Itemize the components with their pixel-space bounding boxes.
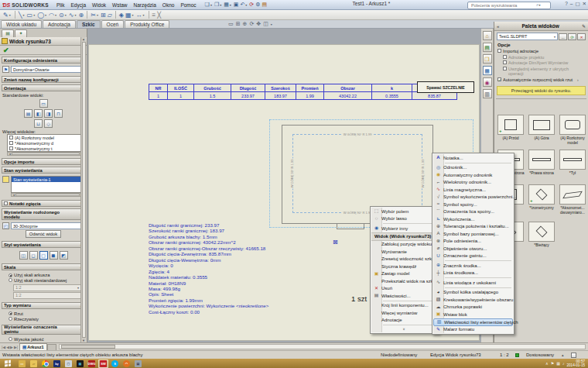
- hidden-lines-visible-button[interactable]: ◻: [29, 251, 38, 260]
- isometric-view-button[interactable]: ◇: [44, 119, 53, 128]
- new-document-icon[interactable]: ❏: [205, 2, 210, 8]
- view-thumb-current[interactable]: [528, 222, 555, 242]
- menu-item-hole-callout[interactable]: ⌀Objaśnienie otworu...: [433, 245, 513, 253]
- configuration-select[interactable]: Domyślna<Otwarte ▾: [11, 66, 84, 73]
- scrollbar-thumb[interactable]: [15, 194, 79, 196]
- file-properties-icon[interactable]: ▤: [262, 2, 268, 8]
- file-explorer-icon[interactable]: ❐: [483, 54, 492, 64]
- menu-item-cosmetic-thread[interactable]: UOznaczenie gwintu...: [433, 253, 513, 260]
- show-hidden-icons[interactable]: ∧: [545, 361, 549, 366]
- menu-item-more-dimensions[interactable]: Więcej wymiarów▸: [371, 309, 438, 317]
- menu-edycja[interactable]: Edycja: [67, 2, 89, 8]
- menu-item-caterpillar[interactable]: ⌒Oznaczenia lica spoiny...: [433, 208, 513, 216]
- section-import-options[interactable]: Opcje importu ▼: [2, 158, 85, 165]
- menu-item-lasso-select[interactable]: ◌Wybór lasso: [371, 215, 438, 223]
- table-header-cell[interactable]: k: [372, 84, 412, 92]
- tab-widok-ukladu[interactable]: Widok układu: [1, 20, 42, 28]
- network-icon[interactable]: ▦: [556, 361, 560, 366]
- menu-item-area-hatch[interactable]: ▨Kreskowanie/wypełnienie obszaru: [433, 296, 513, 304]
- search-input[interactable]: [470, 2, 536, 9]
- checkbox[interactable]: [9, 146, 13, 150]
- mirror-entities-icon[interactable]: ◈: [119, 11, 124, 19]
- section-configuration[interactable]: Konfiguracja odniesienia ▲: [2, 57, 85, 64]
- help-icon[interactable]: ?: [565, 1, 568, 7]
- table-header-cell[interactable]: NR: [149, 84, 168, 92]
- bend-notes-checkbox[interactable]: [4, 201, 8, 205]
- circle-tool-icon[interactable]: ◯: [37, 11, 44, 19]
- table-cell[interactable]: 1: [168, 92, 194, 99]
- sketch-icon[interactable]: ✎: [3, 11, 9, 19]
- right-view-button[interactable]: ◨: [44, 109, 53, 118]
- view-thumb-isometric[interactable]: +: [528, 184, 555, 205]
- checkbox[interactable]: [9, 141, 13, 145]
- menu-item-revision-cloud[interactable]: ☁Chmurka poprawki: [433, 304, 513, 311]
- table-cell[interactable]: 43042.22: [324, 92, 372, 99]
- table-cell[interactable]: 1.99: [296, 92, 324, 99]
- featuremanager-tab[interactable]: ▤: [2, 29, 14, 37]
- volume-icon[interactable]: ♪: [562, 361, 565, 366]
- browse-button[interactable]: ...: [559, 33, 567, 40]
- taskbar-skype[interactable]: S: [110, 359, 120, 368]
- use-sheet-scale-radio[interactable]: [9, 273, 12, 277]
- point-tool-icon[interactable]: ⊕: [79, 11, 84, 19]
- taskbar-clock[interactable]: 00:57 2014-01-15: [567, 359, 587, 367]
- view-palette-icon[interactable]: ▦: [483, 66, 492, 75]
- front-view-button[interactable]: ▭: [39, 99, 48, 108]
- shaded-style-button[interactable]: ◩: [60, 251, 68, 260]
- taskbar-app-blue[interactable]: by: [52, 359, 62, 368]
- zoom-fit-icon[interactable]: ▭: [228, 21, 234, 27]
- repair-sketch-icon[interactable]: ╳: [157, 11, 161, 19]
- flat-display-select[interactable]: 30-30stopnie ▾: [11, 222, 84, 229]
- zoom-in-out-icon[interactable]: ⊕: [243, 21, 248, 27]
- menu-item-convert-view-to-sketch[interactable]: Przekształć widok na szkic: [371, 277, 438, 285]
- taskbar-chrome[interactable]: [40, 359, 50, 368]
- section-rename-config[interactable]: Zmień nazwę konfiguracji ▼: [2, 76, 85, 83]
- menu-item-box-select[interactable]: ⬚Wybór polem: [371, 208, 438, 215]
- rotate-view-icon[interactable]: ⟳: [249, 21, 254, 27]
- tab-ocen[interactable]: Oceń: [101, 20, 125, 28]
- taskbar-libraries[interactable]: ▭: [17, 359, 27, 368]
- table-cell[interactable]: 0.3555: [372, 92, 412, 99]
- menu-narzedzia[interactable]: Narzędzia: [131, 2, 159, 8]
- table-header-cell[interactable]: Promień: [296, 84, 324, 92]
- menu-item-weld-symbol[interactable]: ≈Symbol spoiny...: [433, 201, 513, 208]
- menu-item-lock-view-position[interactable]: Zablokuj pozycję widoku: [371, 241, 438, 249]
- high-quality-radio[interactable]: [9, 337, 12, 341]
- clear-icon[interactable]: ✕: [577, 33, 586, 40]
- menu-item-center-mark[interactable]: ⊕Znacznik środka...: [433, 262, 513, 270]
- appearances-icon[interactable]: ◉: [483, 77, 492, 87]
- linear-pattern-icon[interactable]: ▦: [125, 11, 132, 19]
- display-relations-icon[interactable]: ≡: [152, 11, 156, 19]
- bend-note-top[interactable]: W GÓRĘ 90° R 1.99: [343, 132, 373, 136]
- action-center-icon[interactable]: ⚑: [551, 361, 554, 366]
- menu-item-balloon[interactable]: ◎Odnośnik...: [433, 164, 513, 172]
- use-custom-scale-radio[interactable]: [9, 278, 12, 282]
- open-document-icon[interactable]: ❐: [214, 2, 219, 8]
- menu-item-insert-block[interactable]: ▣Wstaw blok: [433, 311, 513, 318]
- section-dimension-type[interactable]: Typ wymiaru ▲: [2, 302, 85, 309]
- view-thumb-dimetric[interactable]: [559, 184, 586, 205]
- table-cell[interactable]: 233.97: [231, 92, 265, 99]
- scrollbar-thumb[interactable]: [12, 153, 79, 155]
- palette-file-select[interactable]: Test1.SLDPRT ▾: [497, 33, 558, 40]
- close-icon[interactable]: ✕: [583, 1, 586, 7]
- next-sheet-icon[interactable]: ▶: [10, 345, 13, 349]
- auto-start-option[interactable]: Automatycznie rozpocznij widok rzut ›: [494, 77, 588, 83]
- table-header-cell[interactable]: Grubość: [194, 84, 231, 92]
- menu-item-end-treatment[interactable]: ⊾Wykończenia...: [433, 215, 513, 223]
- hidden-lines-removed-button[interactable]: ▢: [39, 251, 48, 260]
- shaded-with-edges-button[interactable]: ◼: [50, 251, 58, 260]
- menu-item-datum-target[interactable]: ⊗Pole odniesienia...: [433, 238, 513, 246]
- bend-lines[interactable]: W GÓRĘ 90° R 1.99 W GÓRĘ 90° R 1.99 W GÓ…: [292, 134, 422, 213]
- import-annotations-option[interactable]: Importuj adnotacje: [494, 48, 588, 54]
- view-thumb-top[interactable]: [528, 115, 555, 135]
- menu-item-properties[interactable]: ▤Właściwości...: [371, 292, 438, 300]
- bottom-view-button[interactable]: ⊔: [34, 119, 43, 128]
- menu-item-cut-list-properties[interactable]: ▥Właściwości listy elementów ciętych: [433, 318, 513, 326]
- menu-item-tangent-edge[interactable]: Styczna krawędź▸: [371, 263, 438, 270]
- menu-wstaw[interactable]: Wstaw: [109, 2, 131, 8]
- taskbar-solidworks[interactable]: SW: [98, 359, 108, 368]
- section-bend-notes[interactable]: Notatki zgięcia ▼: [2, 200, 85, 207]
- list-item[interactable]: (A) Rozłożony model: [8, 135, 84, 140]
- custom-properties-icon[interactable]: ▥: [483, 89, 492, 98]
